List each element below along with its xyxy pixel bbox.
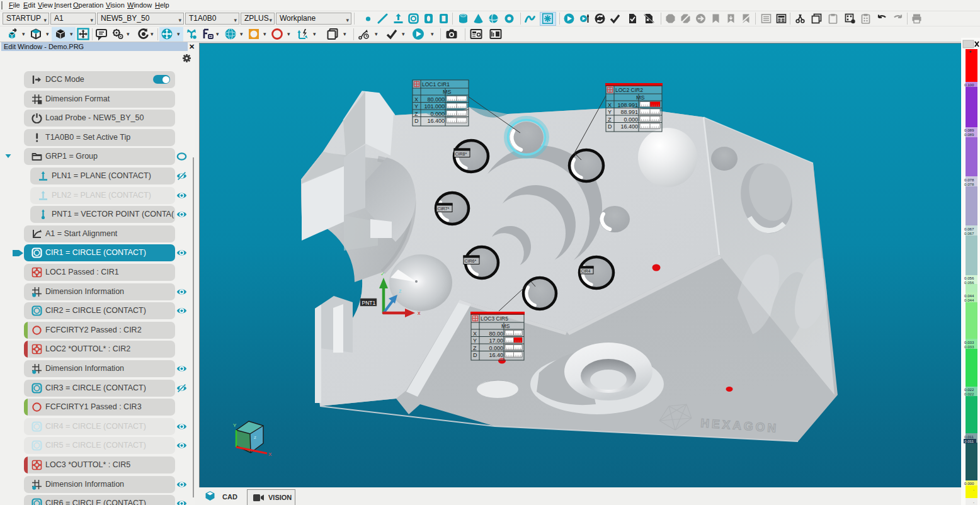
svg-text:D: D [608,123,612,130]
svg-text:Z: Z [608,116,612,123]
svg-text:0.089: 0.089 [964,128,974,132]
svg-text:16.400: 16.400 [427,118,445,124]
svg-text:D: D [414,118,419,124]
svg-text:0.044: 0.044 [964,293,974,298]
svg-text:MS: MS [636,94,645,101]
svg-text:Y: Y [473,338,477,344]
svg-text:X: X [414,96,418,103]
svg-text:X: X [268,451,272,457]
svg-text:0.000: 0.000 [489,345,503,351]
svg-text:0.056: 0.056 [964,280,974,285]
svg-text:-: - [973,488,974,492]
svg-text:0.100: 0.100 [964,82,974,87]
svg-text:X: X [473,331,477,337]
svg-text:Y: Y [233,423,237,428]
svg-text:0.000: 0.000 [430,111,445,117]
svg-text:Z: Z [473,345,477,351]
svg-text:0.089: 0.089 [964,132,974,137]
svg-text:0.011: 0.011 [964,439,974,443]
svg-text:0.000: 0.000 [964,481,974,485]
svg-text:0.033: 0.033 [964,340,974,344]
svg-text:0.078: 0.078 [964,182,974,186]
svg-text:80.00: 80.00 [489,331,503,337]
svg-text:z: z [399,288,402,294]
svg-text:0.011: 0.011 [964,434,974,439]
svg-text:0.078: 0.078 [964,178,974,182]
svg-text:0.022: 0.022 [964,387,974,392]
svg-text:Z: Z [414,111,418,117]
svg-text:0.067: 0.067 [964,227,974,231]
svg-text:CIR8*: CIR8* [455,152,467,156]
svg-text:0.044: 0.044 [964,298,974,302]
svg-text:108.991: 108.991 [617,102,638,108]
svg-text:CIR7*: CIR7* [438,207,450,211]
svg-text:0.067: 0.067 [964,231,974,235]
svg-text:Y: Y [608,109,612,115]
svg-text:16.40: 16.40 [489,352,503,358]
svg-text:D: D [473,352,477,358]
svg-text:88.991: 88.991 [620,109,638,115]
svg-text:17.00: 17.00 [489,338,503,344]
svg-text:101.000: 101.000 [424,103,445,110]
svg-text:-: - [973,501,974,504]
svg-text:✓: ✓ [380,271,385,277]
svg-text:Y: Y [414,103,418,110]
svg-text:0.022: 0.022 [964,392,974,396]
svg-text:LOC1 CIR1: LOC1 CIR1 [422,81,450,88]
svg-text:0.056: 0.056 [964,276,974,280]
svg-text:MS: MS [501,323,510,329]
svg-text:x: x [418,310,421,316]
svg-text:z: z [254,434,256,440]
svg-text:0.000: 0.000 [624,116,638,123]
svg-text:X: X [608,102,612,108]
svg-text:16.400: 16.400 [620,123,638,130]
svg-text:CIR6*: CIR6* [465,259,477,263]
svg-text:LOC2 CIR2: LOC2 CIR2 [615,87,643,93]
svg-text:CIR4: CIR4 [581,269,591,273]
svg-text:LOC3 CIR5: LOC3 CIR5 [481,315,508,322]
svg-text:0.033: 0.033 [964,344,974,349]
svg-text:MS: MS [443,89,452,95]
svg-text:PNT1: PNT1 [362,300,376,306]
svg-text:80.000: 80.000 [427,96,445,103]
